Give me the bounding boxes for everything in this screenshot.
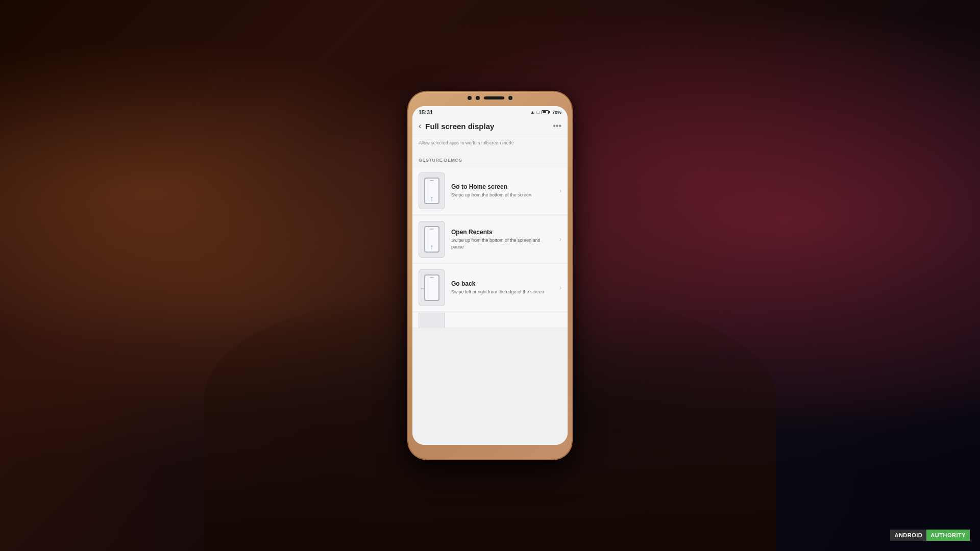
gesture-title-back: Go back (451, 280, 553, 287)
status-time: 15:31 (419, 109, 433, 115)
camera-dot-center (476, 96, 480, 100)
phone-device: 15:31 ▲ □ 70% ‹ Full screen display (408, 92, 572, 459)
phone-camera-area (468, 96, 512, 100)
gesture-desc-back: Swipe left or right from the edge of the… (451, 289, 553, 295)
phone-screen: 15:31 ▲ □ 70% ‹ Full screen display (412, 106, 568, 445)
gesture-desc-home: Swipe up from the bottom of the screen (451, 192, 553, 198)
swipe-left-icon: ← (420, 285, 425, 291)
status-bar: 15:31 ▲ □ 70% (412, 106, 568, 117)
gesture-item-partial[interactable] (412, 313, 568, 328)
gesture-item-back[interactable]: ← Go back Swipe left or right from the e… (412, 264, 568, 312)
watermark-authority-label: AUTHORITY (926, 530, 970, 541)
signal-icon: □ (537, 110, 540, 115)
status-icons: ▲ □ 70% (530, 110, 561, 115)
phone-frame: 15:31 ▲ □ 70% ‹ Full screen display (408, 92, 572, 459)
gesture-thumbnail-home: ↑ (419, 172, 445, 209)
app-header: ‹ Full screen display ••• (412, 117, 568, 135)
speaker-bar (484, 96, 504, 99)
back-button[interactable]: ‹ (419, 121, 421, 131)
chevron-icon-recents: › (559, 236, 561, 243)
swipe-up-arrow-recents: ↑ (430, 243, 434, 251)
gesture-title-recents: Open Recents (451, 229, 553, 236)
wifi-icon: ▲ (530, 110, 535, 115)
camera-dot-right (508, 96, 512, 100)
subtitle-text: Allow selected apps to work in fullscree… (419, 140, 514, 145)
gesture-info-home: Go to Home screen Swipe up from the bott… (451, 183, 553, 198)
mini-phone-back (424, 274, 439, 301)
gesture-info-recents: Open Recents Swipe up from the bottom of… (451, 229, 553, 250)
gesture-desc-recents: Swipe up from the bottom of the screen a… (451, 237, 553, 250)
section-header: GESTURE DEMOS (412, 151, 568, 167)
gesture-thumbnail-partial (419, 313, 445, 328)
gesture-info-back: Go back Swipe left or right from the edg… (451, 280, 553, 295)
gesture-item-recents[interactable]: ↑ Open Recents Swipe up from the bottom … (412, 216, 568, 263)
watermark: ANDROID AUTHORITY (890, 530, 970, 541)
more-button[interactable]: ••• (553, 121, 561, 131)
gesture-thumbnail-back: ← (419, 269, 445, 306)
gesture-item-go-home[interactable]: ↑ Go to Home screen Swipe up from the bo… (412, 167, 568, 215)
section-title: GESTURE DEMOS (419, 158, 462, 163)
gesture-thumbnail-recents: ↑ (419, 221, 445, 258)
chevron-icon-home: › (559, 187, 561, 194)
gesture-title-home: Go to Home screen (451, 183, 553, 190)
battery-percent: 70% (552, 110, 561, 115)
page-title: Full screen display (425, 122, 549, 131)
camera-dot-left (468, 96, 472, 100)
page-subtitle-area: Allow selected apps to work in fullscree… (412, 135, 568, 151)
gesture-list: ↑ Go to Home screen Swipe up from the bo… (412, 167, 568, 445)
battery-icon (542, 110, 550, 114)
chevron-icon-back: › (559, 284, 561, 291)
watermark-android-label: ANDROID (890, 530, 926, 541)
swipe-up-arrow-home: ↑ (430, 194, 434, 203)
